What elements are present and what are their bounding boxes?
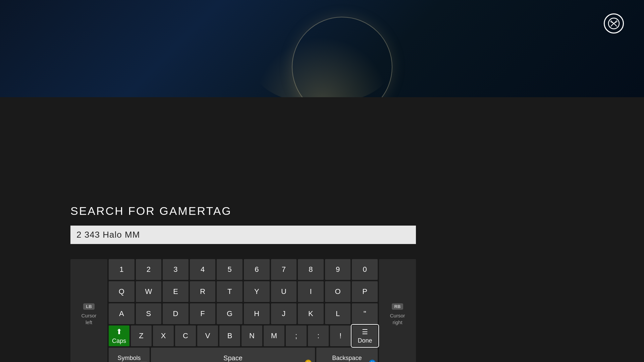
key-x[interactable]: X (153, 325, 174, 346)
space-label: Space (223, 354, 243, 362)
key-row-z: ⬆ Caps Z X C V B N M ; : ! ☰ Do (109, 325, 378, 346)
key-n[interactable]: N (241, 325, 262, 346)
key-m[interactable]: M (264, 325, 284, 346)
key-c[interactable]: C (175, 325, 196, 346)
key-h[interactable]: H (244, 303, 270, 324)
done-label: Done (358, 337, 372, 344)
page-title: SEARCH FOR GAMERTAG (70, 204, 232, 218)
key-w[interactable]: W (136, 281, 162, 302)
key-j[interactable]: J (271, 303, 297, 324)
backspace-label: Backspace (332, 355, 362, 362)
key-6[interactable]: 6 (244, 259, 270, 280)
cursor-right-label: Cursorright (390, 312, 405, 325)
key-f[interactable]: F (190, 303, 216, 324)
key-4[interactable]: 4 (190, 259, 216, 280)
key-t[interactable]: T (217, 281, 243, 302)
keyboard-center: 1 2 3 4 5 6 7 8 9 0 Q W E R T (109, 259, 378, 362)
key-semicolon[interactable]: ; (286, 325, 307, 346)
key-s[interactable]: S (136, 303, 162, 324)
key-5[interactable]: 5 (217, 259, 243, 280)
lb-badge: LB (83, 303, 94, 310)
key-2[interactable]: 2 (136, 259, 162, 280)
key-quote[interactable]: " (352, 303, 378, 324)
key-z[interactable]: Z (131, 325, 152, 346)
key-1[interactable]: 1 (109, 259, 135, 280)
key-e[interactable]: E (163, 281, 189, 302)
background (0, 0, 644, 97)
caps-label: Caps (112, 338, 126, 345)
key-row-numbers: 1 2 3 4 5 6 7 8 9 0 (109, 259, 378, 280)
key-u[interactable]: U (271, 281, 297, 302)
key-l[interactable]: L (325, 303, 351, 324)
cursor-left-label: Cursorleft (81, 312, 96, 325)
key-9[interactable]: 9 (325, 259, 351, 280)
backspace-key[interactable]: Backspace X (316, 348, 378, 362)
search-value: 2 343 Halo MM (76, 230, 140, 240)
key-8[interactable]: 8 (298, 259, 324, 280)
keyboard-main: LB Cursorleft 1 2 3 4 5 6 7 8 9 0 (70, 259, 416, 362)
rb-badge: RB (392, 303, 404, 310)
key-k[interactable]: K (298, 303, 324, 324)
planet-decoration (292, 17, 392, 97)
key-row-bottom: Symbols LT Space Y Backspace X (109, 348, 378, 362)
key-d[interactable]: D (163, 303, 189, 324)
keyboard: LB Cursorleft 1 2 3 4 5 6 7 8 9 0 (70, 259, 416, 362)
x-badge: X (369, 360, 376, 362)
cursor-left-key[interactable]: LB Cursorleft (70, 259, 107, 362)
key-7[interactable]: 7 (271, 259, 297, 280)
key-3[interactable]: 3 (163, 259, 189, 280)
symbols-key[interactable]: Symbols LT (109, 348, 150, 362)
caps-icon: ⬆ (116, 327, 122, 336)
bottom-panel: SEARCH FOR GAMERTAG 2 343 Halo MM LB Cur… (0, 97, 644, 362)
done-key[interactable]: ☰ Done (352, 325, 378, 346)
y-badge: Y (305, 360, 312, 362)
key-g[interactable]: G (217, 303, 243, 324)
xbox-logo (604, 13, 624, 34)
caps-key[interactable]: ⬆ Caps (109, 325, 129, 346)
symbols-label: Symbols (118, 355, 141, 362)
key-colon[interactable]: : (308, 325, 329, 346)
key-a[interactable]: A (109, 303, 135, 324)
key-v[interactable]: V (197, 325, 218, 346)
key-i[interactable]: I (298, 281, 324, 302)
space-key[interactable]: Space Y (151, 348, 315, 362)
cursor-right-key[interactable]: RB Cursorright (379, 259, 416, 362)
key-q[interactable]: Q (109, 281, 135, 302)
key-b[interactable]: B (219, 325, 240, 346)
done-icon: ☰ (362, 328, 368, 336)
key-o[interactable]: O (325, 281, 351, 302)
search-input-box[interactable]: 2 343 Halo MM (70, 226, 416, 244)
key-exclaim[interactable]: ! (330, 325, 351, 346)
key-row-a: A S D F G H J K L " (109, 303, 378, 324)
key-y[interactable]: Y (244, 281, 270, 302)
key-p[interactable]: P (352, 281, 378, 302)
key-row-q: Q W E R T Y U I O P (109, 281, 378, 302)
key-r[interactable]: R (190, 281, 216, 302)
key-0[interactable]: 0 (352, 259, 378, 280)
